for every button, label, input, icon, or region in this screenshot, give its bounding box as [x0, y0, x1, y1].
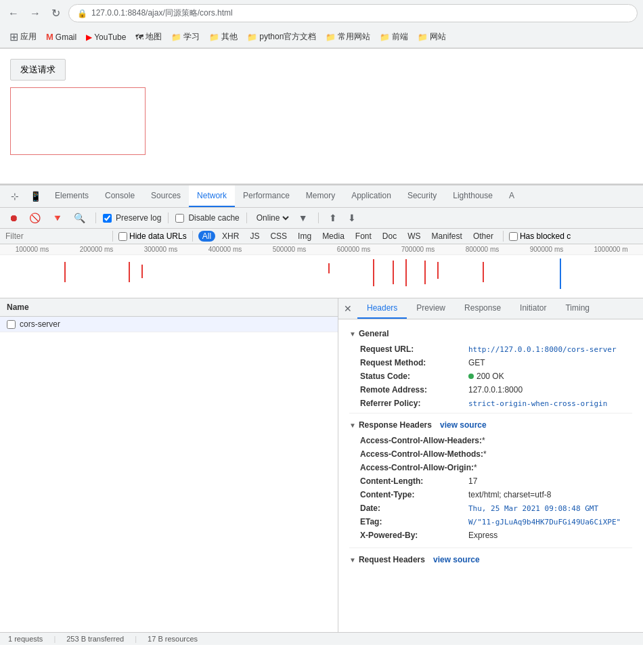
detail-tab-preview[interactable]: Preview	[407, 298, 455, 319]
tab-application[interactable]: Application	[343, 185, 399, 207]
device-toolbar-button[interactable]: 📱	[24, 187, 47, 206]
status-sep-2: |	[135, 635, 137, 643]
hide-data-urls-check[interactable]: Hide data URLs	[118, 231, 187, 241]
detail-content: General Request URL: http://127.0.0.1:80…	[338, 319, 643, 577]
preserve-log-checkbox[interactable]	[103, 214, 112, 223]
general-section-header[interactable]: General	[349, 325, 632, 342]
bookmark-other[interactable]: 📁 其他	[205, 29, 242, 45]
bookmark-youtube[interactable]: ▶ YouTube	[82, 30, 130, 44]
bookmark-learn[interactable]: 📁 学习	[167, 29, 204, 45]
response-view-source-link[interactable]: view source	[440, 420, 487, 430]
content-length-row: Content-Length: 17	[349, 474, 632, 488]
acah-row: Access-Control-Allow-Headers: *	[349, 434, 632, 447]
request-view-source-link[interactable]: view source	[433, 555, 480, 564]
bookmark-web-label: 网站	[430, 31, 446, 43]
filter-js[interactable]: JS	[246, 231, 263, 242]
address-bar[interactable]: 🔒 127.0.0.1:8848/ajax/同源策略/cors.html	[68, 4, 638, 22]
bookmark-frontend[interactable]: 📁 前端	[376, 29, 412, 45]
throttle-dropdown-icon[interactable]: ▼	[295, 210, 311, 225]
apps-icon: ⊞	[9, 30, 18, 43]
inspect-icon-button[interactable]: ⊹	[5, 187, 24, 206]
filter-other[interactable]: Other	[469, 231, 497, 242]
folder-icon-learn: 📁	[171, 32, 181, 42]
filter-doc[interactable]: Doc	[378, 231, 401, 242]
search-button[interactable]: 🔍	[70, 210, 89, 225]
tl-label-4: 500000 ms	[257, 246, 322, 253]
detail-tab-headers[interactable]: Headers	[357, 298, 407, 319]
timeline-bar-2	[129, 262, 130, 282]
bookmark-gmail[interactable]: M Gmail	[42, 30, 81, 44]
bookmark-python[interactable]: 📁 python官方文档	[243, 29, 320, 45]
name-panel: Name cors-server	[0, 298, 338, 632]
transferred-size: 253 B transferred	[66, 635, 124, 643]
has-blocked-checkbox[interactable]	[509, 232, 518, 241]
status-code-key: Status Code:	[360, 372, 468, 381]
filter-all[interactable]: All	[198, 231, 215, 242]
tab-performance[interactable]: Performance	[235, 185, 298, 207]
filter-css[interactable]: CSS	[266, 231, 291, 242]
filter-font[interactable]: Font	[351, 231, 376, 242]
throttle-select[interactable]: Online	[254, 212, 291, 223]
request-method-value: GET	[468, 358, 485, 367]
row-checkbox[interactable]	[7, 320, 16, 329]
filter-img[interactable]: Img	[294, 231, 315, 242]
content-length-key: Content-Length:	[360, 476, 468, 486]
tab-lighthouse[interactable]: Lighthouse	[445, 185, 501, 207]
resources-size: 17 B resources	[148, 635, 198, 643]
has-blocked-check[interactable]: Has blocked c	[509, 231, 571, 241]
x-powered-key: X-Powered-By:	[360, 531, 468, 540]
tab-network[interactable]: Network	[189, 185, 235, 207]
detail-tab-timing[interactable]: Timing	[556, 298, 599, 319]
disable-cache-checkbox[interactable]	[175, 214, 184, 223]
send-request-button[interactable]: 发送请求	[10, 59, 66, 81]
clear-button[interactable]: 🚫	[26, 210, 44, 225]
tab-elements[interactable]: Elements	[47, 185, 97, 207]
bookmark-maps[interactable]: 🗺 地图	[131, 29, 166, 45]
detail-close-button[interactable]: ✕	[338, 299, 357, 318]
separator-1	[95, 212, 96, 223]
request-url-row: Request URL: http://127.0.0.1:8000/cors-…	[349, 342, 632, 356]
tab-memory[interactable]: Memory	[298, 185, 343, 207]
tab-more[interactable]: A	[501, 185, 523, 207]
referrer-policy-value: strict-origin-when-cross-origin	[468, 399, 607, 408]
folder-icon-common: 📁	[326, 32, 336, 42]
record-button[interactable]: ⏺	[5, 210, 22, 225]
gmail-icon: M	[46, 32, 53, 42]
detail-panel: ✕ Headers Preview Response Initiator Tim…	[338, 298, 643, 632]
import-button[interactable]: ⬆	[326, 210, 340, 225]
bookmarks-bar: ⊞ 应用 M Gmail ▶ YouTube 🗺 地图 📁 学习 📁 其他 📁 …	[0, 26, 643, 48]
detail-tab-response[interactable]: Response	[455, 298, 510, 319]
bookmark-common[interactable]: 📁 常用网站	[322, 29, 374, 45]
timeline-labels: 100000 ms 200000 ms 300000 ms 400000 ms …	[0, 244, 643, 255]
tl-label-3: 400000 ms	[193, 246, 257, 253]
back-button[interactable]: ←	[5, 5, 22, 22]
filter-xhr[interactable]: XHR	[218, 231, 243, 242]
forward-button[interactable]: →	[27, 5, 43, 22]
x-powered-row: X-Powered-By: Express	[349, 529, 632, 542]
tab-sources[interactable]: Sources	[143, 185, 189, 207]
reload-button[interactable]: ↻	[49, 4, 63, 22]
preserve-log-label: Preserve log	[116, 213, 161, 223]
export-button[interactable]: ⬇	[345, 210, 359, 225]
etag-value: W/"11-gJLuAq9b4HK7DuFGi49Ua6CiXPE"	[468, 518, 621, 527]
devtools: ⊹ 📱 Elements Console Sources Network Per…	[0, 184, 643, 645]
request-headers-section-header[interactable]: Request Headers view source	[349, 551, 632, 568]
tl-label-1: 200000 ms	[64, 246, 129, 253]
bookmark-apps[interactable]: ⊞ 应用	[5, 28, 41, 45]
filter-media[interactable]: Media	[318, 231, 349, 242]
detail-tab-initiator[interactable]: Initiator	[510, 298, 556, 319]
requests-count: 1 requests	[8, 635, 43, 643]
page-content: 发送请求	[0, 49, 643, 184]
table-row[interactable]: cors-server	[0, 317, 338, 332]
timeline-bar-3	[141, 265, 143, 278]
tl-label-9: 1000000 m	[579, 246, 643, 253]
filter-input[interactable]	[5, 231, 107, 241]
tab-console[interactable]: Console	[97, 185, 143, 207]
filter-manifest[interactable]: Manifest	[428, 231, 466, 242]
response-headers-section-header[interactable]: Response Headers view source	[349, 416, 632, 434]
filter-toggle-button[interactable]: 🔻	[48, 210, 66, 225]
hide-data-urls-checkbox[interactable]	[118, 232, 127, 241]
filter-ws[interactable]: WS	[403, 231, 424, 242]
tab-security[interactable]: Security	[399, 185, 445, 207]
bookmark-web[interactable]: 📁 网站	[414, 29, 450, 45]
